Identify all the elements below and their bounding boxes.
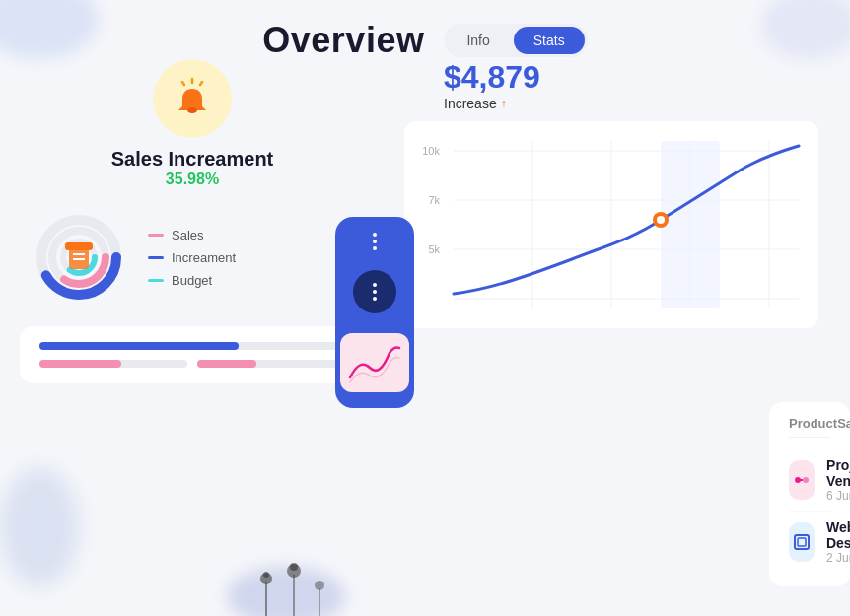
legend-list: Sales Increament Budget (148, 228, 236, 288)
deco-flower-1 (256, 567, 276, 616)
table-row: Project Venileas 6 June 2020 $354 (789, 449, 830, 512)
increase-label: Increase (444, 96, 497, 111)
progress-bar-2-bg (39, 360, 187, 368)
svg-text:7k: 7k (428, 194, 440, 206)
svg-rect-33 (798, 538, 806, 546)
svg-point-29 (795, 477, 801, 483)
legend-increment: Increament (148, 250, 236, 265)
progress-bar-1-bg (39, 342, 345, 350)
progress-section (20, 326, 365, 383)
bell-icon (153, 59, 232, 138)
circle-dot-2 (373, 290, 377, 294)
legend-dot-increment (148, 256, 164, 259)
row-date-1: 6 June 2020 (826, 489, 850, 503)
bell-icon-wrap (20, 59, 365, 138)
right-panel: $4,879 Increase ↑ 10k (385, 59, 850, 616)
svg-point-39 (290, 563, 298, 571)
donut-chart (30, 208, 128, 307)
chart-legend-row: Sales Increament Budget (20, 208, 365, 307)
legend-label-budget: Budget (172, 273, 212, 288)
deco-flower-2 (284, 557, 304, 616)
chart-amount: $4,879 (444, 59, 850, 96)
dot-1 (373, 233, 377, 237)
row-info-2: Website Design 2 June 2020 (826, 519, 850, 565)
svg-text:10k: 10k (422, 145, 440, 157)
tab-info[interactable]: Info (447, 27, 509, 54)
page-header: Overview Info Stats (30, 20, 820, 61)
circle-dot-3 (373, 297, 377, 301)
progress-bar-1 (39, 342, 239, 350)
legend-budget: Budget (148, 273, 236, 288)
deco-flowers (256, 557, 327, 616)
tab-group: Info Stats (444, 24, 587, 57)
deco-flower-3 (312, 577, 327, 616)
svg-rect-32 (795, 535, 809, 549)
progress-bar-3-bg (197, 360, 345, 368)
row-icon-1 (789, 460, 815, 500)
row-left-2: Website Design 2 June 2020 (789, 519, 850, 565)
row-name-1: Project Venileas (826, 457, 850, 489)
bell-svg (169, 75, 216, 122)
col-sales: Sales (837, 416, 850, 431)
legend-sales: Sales (148, 228, 236, 242)
row-date-2: 2 June 2020 (826, 551, 850, 565)
progress-bar-3 (197, 360, 256, 368)
chart-value-area: $4,879 Increase ↑ (385, 59, 850, 111)
sales-percent: 35.98% (20, 171, 365, 188)
arrow-up-icon: ↑ (501, 97, 507, 110)
line-chart-svg: 10k 7k 5k (404, 121, 818, 328)
sales-title: Sales Increament (20, 148, 365, 171)
chart-increase: Increase ↑ (444, 96, 850, 111)
col-product: Product (789, 416, 837, 431)
sales-section: Sales Increament 35.98% (20, 148, 365, 188)
project-icon (791, 469, 813, 491)
svg-point-41 (315, 581, 324, 590)
row-left-1: Project Venileas 6 June 2020 (789, 457, 850, 503)
dot-2 (373, 240, 377, 243)
legend-dot-budget (148, 279, 164, 282)
svg-point-36 (263, 572, 269, 578)
row-name-2: Website Design (826, 519, 850, 551)
legend-label-sales: Sales (172, 228, 204, 242)
line-chart: 10k 7k 5k (404, 121, 818, 318)
page-title: Overview (262, 20, 424, 61)
svg-point-30 (803, 477, 809, 483)
circle-dots (373, 283, 377, 301)
svg-point-28 (657, 216, 665, 224)
dot-3 (373, 246, 377, 250)
legend-dot-sales (148, 234, 164, 237)
svg-rect-11 (65, 242, 93, 250)
svg-line-2 (182, 82, 184, 85)
row-icon-2 (789, 522, 815, 562)
card-dots-button[interactable] (373, 233, 377, 250)
card-dark-circle[interactable] (353, 270, 396, 313)
row-info-1: Project Venileas 6 June 2020 (826, 457, 850, 503)
left-panel: Sales Increament 35.98% (20, 59, 365, 383)
center-card (335, 217, 414, 408)
table-row: Website Design 2 June 2020 $354 (789, 512, 830, 573)
svg-line-1 (200, 82, 202, 85)
svg-text:5k: 5k (428, 243, 440, 255)
design-icon (791, 531, 813, 553)
tab-stats[interactable]: Stats (514, 27, 585, 54)
progress-bar-2 (39, 360, 121, 368)
wave-svg (345, 338, 404, 387)
table-header: Product Sales (789, 416, 830, 438)
donut-svg (30, 208, 128, 307)
circle-dot-1 (373, 283, 377, 287)
card-wave-area (340, 333, 409, 392)
legend-label-increment: Increament (172, 250, 236, 265)
product-table: Product Sales Project Venileas 6 June 20 (769, 402, 850, 586)
svg-rect-26 (661, 141, 720, 308)
